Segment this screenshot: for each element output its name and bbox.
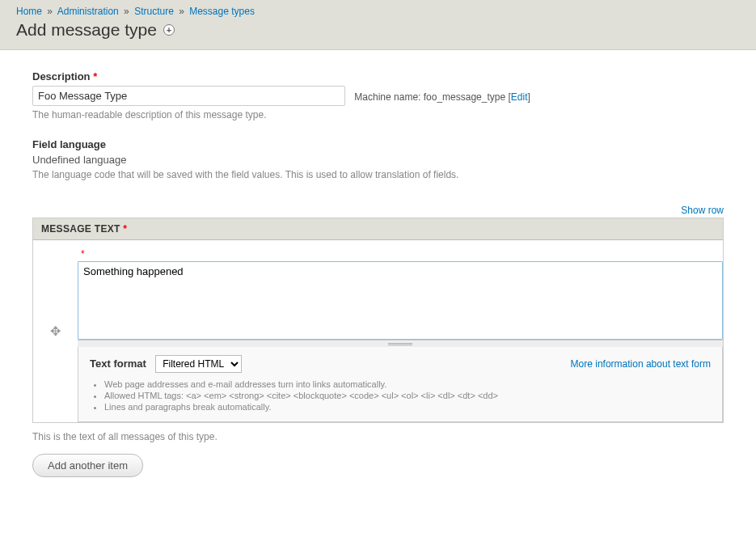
- breadcrumb-message-types[interactable]: Message types: [189, 6, 255, 17]
- breadcrumb-administration[interactable]: Administration: [57, 6, 119, 17]
- breadcrumb-home[interactable]: Home: [16, 6, 42, 17]
- add-another-item-button[interactable]: Add another item: [32, 454, 143, 477]
- grippie-lines-icon: [388, 343, 412, 345]
- page-title: Add message type +: [16, 20, 740, 40]
- machine-name-label: Machine name:: [354, 91, 420, 103]
- more-info-link[interactable]: More information about text form: [571, 358, 711, 370]
- required-marker: *: [93, 70, 97, 82]
- show-row-link[interactable]: Show row: [681, 205, 724, 216]
- machine-name-edit-link[interactable]: Edit: [511, 91, 528, 103]
- text-format-label: Text format: [90, 357, 146, 370]
- description-label-text: Description: [32, 70, 91, 82]
- format-tip: Web page addresses and e-mail addresses …: [104, 379, 711, 389]
- required-marker: *: [123, 223, 127, 235]
- message-text-header-label: MESSAGE TEXT: [41, 223, 120, 235]
- description-help: The human-readable description of this m…: [32, 109, 724, 121]
- breadcrumb-separator: »: [124, 6, 129, 17]
- format-tip: Lines and paragraphs break automatically…: [104, 402, 711, 412]
- message-text-textarea[interactable]: Something happened: [78, 262, 722, 339]
- show-row-link-wrap: Show row: [32, 205, 724, 216]
- field-language-label: Field language: [32, 138, 724, 150]
- text-format-select[interactable]: Filtered HTML: [155, 355, 242, 373]
- breadcrumb-separator: »: [179, 6, 184, 17]
- breadcrumb-separator: »: [47, 6, 53, 17]
- field-language-help: The language code that will be saved wit…: [32, 169, 724, 180]
- format-tips-list: Web page addresses and e-mail addresses …: [90, 379, 711, 412]
- description-input[interactable]: [32, 86, 345, 106]
- textarea-resize-grippie[interactable]: [78, 340, 723, 347]
- machine-name-suffix: Machine name: foo_message_type [Edit]: [354, 91, 530, 103]
- message-text-header: MESSAGE TEXT *: [32, 218, 724, 240]
- plus-icon: +: [163, 24, 175, 36]
- page-title-text: Add message type: [16, 20, 157, 40]
- required-marker: *: [81, 248, 723, 260]
- machine-name-value: foo_message_type: [424, 91, 505, 103]
- breadcrumb: Home » Administration » Structure » Mess…: [16, 6, 740, 17]
- drag-handle-icon[interactable]: ✥: [50, 324, 61, 339]
- description-label: Description *: [32, 70, 724, 82]
- message-text-help: This is the text of all messages of this…: [32, 431, 724, 442]
- field-language-value: Undefined language: [32, 154, 724, 166]
- format-tip: Allowed HTML tags: <a> <em> <strong> <ci…: [104, 391, 711, 400]
- breadcrumb-structure[interactable]: Structure: [134, 6, 174, 17]
